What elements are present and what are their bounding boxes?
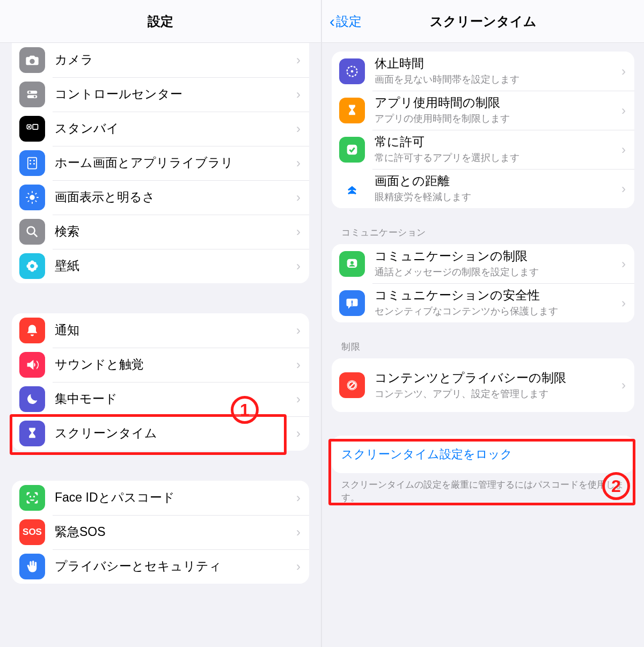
svg-rect-39 — [352, 300, 353, 304]
row-display-brightness[interactable]: 画面表示と明るさ › — [12, 180, 309, 215]
screentime-group-b: コミュニケーションの制限 通話とメッセージの制限を設定します › コミュニケーシ… — [332, 244, 634, 322]
row-wallpaper[interactable]: 壁紙 › — [12, 249, 309, 283]
row-screen-distance[interactable]: 画面との距離 眼精疲労を軽減します › — [332, 169, 634, 208]
svg-line-19 — [28, 201, 29, 202]
row-content-privacy[interactable]: コンテンツとプライバシーの制限 コンテンツ、アプリ、設定を管理します › — [332, 358, 634, 412]
screentime-group-a: 休止時間 画面を見ない時間帯を設定します › アプリ使用時間の制限 アプリの使用… — [332, 52, 634, 208]
chevron-right-icon: › — [296, 87, 301, 102]
row-sos[interactable]: SOS 緊急SOS › — [12, 515, 309, 549]
chevron-right-icon: › — [296, 392, 301, 407]
svg-line-22 — [34, 234, 38, 237]
label: プライバシーとセキュリティ — [55, 558, 292, 575]
chevrons-up-icon — [339, 176, 365, 202]
svg-line-20 — [35, 193, 36, 194]
row-focus[interactable]: 集中モード › — [12, 382, 309, 416]
label: カメラ — [55, 52, 292, 68]
chevron-right-icon: › — [621, 103, 626, 118]
svg-point-38 — [350, 261, 354, 264]
row-camera[interactable]: カメラ › — [12, 43, 309, 77]
row-privacy[interactable]: プライバシーとセキュリティ › — [12, 549, 309, 584]
svg-point-27 — [28, 262, 31, 265]
label: コントロールセンター — [55, 86, 292, 102]
chevron-right-icon: › — [621, 64, 626, 79]
label: コンテンツとプライバシーの制限 — [375, 370, 617, 386]
sub: 常に許可するアプリを選択します — [375, 151, 617, 165]
left-header: 設定 — [0, 0, 321, 43]
chevron-right-icon: › — [296, 490, 301, 505]
svg-point-2 — [28, 91, 31, 93]
svg-point-32 — [30, 496, 31, 497]
svg-point-35 — [351, 70, 354, 72]
row-always-allowed[interactable]: 常に許可 常に許可するアプリを選択します › — [332, 130, 634, 169]
back-label: 設定 — [336, 13, 362, 30]
label: アプリ使用時間の制限 — [375, 95, 617, 111]
row-lock-settings[interactable]: スクリーンタイム設定をロック — [332, 436, 634, 473]
clock-icon — [19, 116, 45, 142]
svg-point-31 — [31, 264, 33, 267]
footer-note: スクリーンタイムの設定を厳重に管理するにはパスコードを使用します。 — [341, 479, 625, 504]
row-app-limits[interactable]: アプリ使用時間の制限 アプリの使用時間を制限します › — [332, 91, 634, 130]
row-notifications[interactable]: 通知 › — [12, 313, 309, 348]
label: 常に許可 — [375, 134, 617, 150]
svg-point-11 — [33, 163, 35, 165]
svg-point-33 — [34, 496, 34, 497]
screentime-lock-group: スクリーンタイム設定をロック — [332, 436, 634, 473]
right-title: スクリーンタイム — [430, 13, 537, 30]
screentime-pane: ‹ 設定 スクリーンタイム 休止時間 画面を見ない時間帯を設定します › — [322, 0, 644, 647]
clock-dot-icon — [339, 58, 365, 84]
label: 集中モード — [55, 391, 292, 407]
chevron-right-icon: › — [296, 259, 301, 274]
screentime-group-c: コンテンツとプライバシーの制限 コンテンツ、アプリ、設定を管理します › — [332, 358, 634, 412]
label: 休止時間 — [375, 56, 617, 72]
label: Face IDとパスコード — [55, 490, 292, 506]
svg-point-9 — [33, 160, 35, 161]
label: コミュニケーションの安全性 — [375, 288, 617, 304]
toggles-icon — [19, 82, 45, 107]
back-button[interactable]: ‹ 設定 — [330, 13, 362, 30]
hourglass-icon — [339, 98, 365, 123]
sub: センシティブなコンテンツから保護します — [375, 305, 617, 318]
svg-rect-5 — [33, 124, 38, 129]
label: 緊急SOS — [55, 524, 292, 540]
label: コミュニケーションの制限 — [375, 248, 617, 264]
chevron-right-icon: › — [296, 525, 301, 540]
chevron-right-icon: › — [296, 559, 301, 574]
settings-pane: 設定 カメラ › コントロールセンター › スタンバ — [0, 0, 322, 647]
speaker-icon — [19, 352, 45, 378]
chat-warning-icon — [339, 290, 365, 316]
svg-point-28 — [33, 262, 36, 265]
row-home-screen[interactable]: ホーム画面とアプリライブラリ › — [12, 146, 309, 180]
no-entry-icon — [339, 372, 365, 398]
chevron-right-icon: › — [296, 190, 301, 205]
label: 画面表示と明るさ — [55, 189, 292, 205]
svg-point-21 — [27, 227, 35, 234]
row-standby[interactable]: スタンバイ › — [12, 112, 309, 146]
moon-icon — [19, 386, 45, 412]
section-header-communication: コミュニケーション — [341, 226, 634, 239]
label: 画面との距離 — [375, 173, 617, 189]
svg-point-8 — [30, 160, 31, 161]
row-comm-limits[interactable]: コミュニケーションの制限 通話とメッセージの制限を設定します › — [332, 244, 634, 283]
hourglass-icon — [19, 421, 45, 446]
row-faceid[interactable]: Face IDとパスコード › — [12, 481, 309, 515]
label: 壁紙 — [55, 258, 292, 274]
row-downtime[interactable]: 休止時間 画面を見ない時間帯を設定します › — [332, 52, 634, 91]
svg-rect-40 — [352, 304, 353, 305]
row-screen-time[interactable]: スクリーンタイム › — [12, 416, 309, 451]
lock-link-label: スクリーンタイム設定をロック — [341, 446, 513, 462]
svg-point-10 — [30, 163, 31, 165]
right-header: ‹ 設定 スクリーンタイム — [322, 0, 644, 43]
sos-icon: SOS — [19, 519, 45, 545]
svg-line-17 — [28, 193, 29, 194]
chevron-right-icon: › — [621, 142, 626, 157]
svg-point-29 — [28, 267, 31, 270]
chevron-right-icon: › — [296, 357, 301, 372]
row-sounds[interactable]: サウンドと触覚 › — [12, 348, 309, 382]
label: ホーム画面とアプリライブラリ — [55, 155, 292, 171]
row-search[interactable]: 検索 › — [12, 215, 309, 249]
row-control-center[interactable]: コントロールセンター › — [12, 77, 309, 112]
chevron-right-icon: › — [296, 323, 301, 338]
svg-point-3 — [34, 95, 36, 98]
row-comm-safety[interactable]: コミュニケーションの安全性 センシティブなコンテンツから保護します › — [332, 283, 634, 322]
svg-line-18 — [35, 201, 36, 202]
